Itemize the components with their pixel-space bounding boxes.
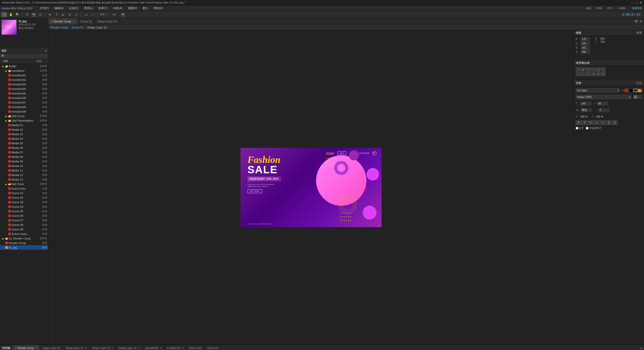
distrib-v-btn[interactable]: ⋯ <box>581 72 585 76</box>
tool-brush[interactable]: 🖌 <box>60 12 66 17</box>
tool-camera[interactable]: 📷 <box>31 12 37 17</box>
tree-item-edit_placeholders[interactable]: ▶ 📁Edit Placeholders文件夹 <box>0 118 48 123</box>
stroke-chip2[interactable] <box>638 95 642 99</box>
timeline-tab-shape15[interactable]: Shape Layer 15 <box>40 345 63 350</box>
tab-render-comp-close[interactable]: ✕ <box>73 20 75 23</box>
tree-item-media01[interactable]: Media 01合成 <box>0 123 48 127</box>
tree-item-builds[interactable]: ▶ 📁Builds文件夹 <box>0 64 48 68</box>
tool-time[interactable]: +00 <box>109 12 119 17</box>
tl-tab-shape15b-close[interactable]: ✕ <box>138 347 140 349</box>
strikethrough-btn[interactable]: T <box>612 120 618 125</box>
tree-item-media10[interactable]: Media 10合成 <box>0 164 48 168</box>
tree-item-transition08[interactable]: transition08合成 <box>0 105 48 109</box>
tab-render-comp[interactable]: Render Comp ✕ <box>48 18 78 24</box>
tool-select[interactable]: ↖ <box>2 12 7 17</box>
timeline-tab-media01[interactable]: Media 01 ✕ <box>164 345 186 350</box>
tree-item-media07[interactable]: Media 07合成 <box>0 150 48 155</box>
tl-tab-shape13-close[interactable]: ✕ <box>85 347 87 349</box>
tree-item-edit_texts[interactable]: ▶ 📁Edit Texts文件夹 <box>0 182 48 186</box>
preview-settings[interactable]: ⚙ <box>640 20 642 23</box>
superscript-btn[interactable]: T¹ <box>600 120 605 125</box>
menu-help[interactable]: 帮助(H) <box>153 6 164 11</box>
ligatures-label[interactable]: 合字 <box>576 126 584 130</box>
align-center-h-btn[interactable]: ⊕ <box>581 67 585 72</box>
edit-icon[interactable]: ✎ <box>622 89 624 92</box>
tool-zoom[interactable]: 🔍 <box>15 12 20 17</box>
tree-item-media09[interactable]: Media 09合成 <box>0 159 48 164</box>
align-bottom-btn[interactable]: ⊥ <box>601 67 605 72</box>
timeline-tab-render-comp[interactable]: Render Comp ✕ <box>13 345 40 350</box>
font-size-input[interactable] <box>580 102 591 106</box>
breadcrumb-shape-layer-13[interactable]: Shape Layer 13 <box>87 26 107 29</box>
font-style-dropdown[interactable]: Heavy CAPS ▾ <box>576 95 631 99</box>
print-label[interactable]: 印地语数字 <box>586 126 601 130</box>
timeline-tab-shape14[interactable]: Shape Layer 14 ✕ <box>90 345 116 350</box>
tree-item-scene07[interactable]: Scene 07合成 <box>0 218 48 223</box>
kerning-input[interactable] <box>581 108 592 112</box>
menu-window[interactable]: 窗口 <box>142 6 149 11</box>
tree-item-transition05[interactable]: transition05合成 <box>0 91 48 96</box>
tab-shape-layer-13[interactable]: Shape Layer 13 <box>95 18 120 24</box>
maximize-btn[interactable]: □ <box>636 1 637 5</box>
tree-item-scene03[interactable]: Scene 03合成 <box>0 200 48 204</box>
tree-item-media13[interactable]: Media 13合成 <box>0 177 48 182</box>
snapshot-btn[interactable]: 📷 <box>635 20 638 23</box>
align-center-v-btn[interactable]: ⊡ <box>596 67 600 72</box>
subscript-btn[interactable]: T₁ <box>594 120 599 125</box>
menu-layer[interactable]: 图层(L) <box>83 6 94 11</box>
tree-item-media04[interactable]: Media 04合成 <box>0 136 48 141</box>
tab-scene-01[interactable]: Scene 01 <box>78 18 95 24</box>
tree-item-media06[interactable]: Media 06合成 <box>0 146 48 150</box>
tree-item-file_01jpg[interactable]: 01. jpg素材 <box>0 245 48 250</box>
stroke-chip[interactable] <box>633 95 637 99</box>
tree-item-render_comp[interactable]: ▶ 📁01. Render Comp文件夹 <box>0 236 48 241</box>
tree-item-scene09[interactable]: Scene 09合成 <box>0 227 48 232</box>
align-top-btn[interactable]: ⊤ <box>591 67 595 72</box>
tool-pen[interactable]: ✒ <box>47 12 53 17</box>
text-color-chip2[interactable] <box>629 89 633 92</box>
tt-btn[interactable]: TT <box>588 120 593 125</box>
tl-tab-shape14-close[interactable]: ✕ <box>111 347 113 349</box>
align-right-btn[interactable]: ⊢ <box>586 67 590 72</box>
menu-view[interactable]: 视图(V) <box>127 6 138 11</box>
tl-tab-media01-close[interactable]: ✕ <box>182 347 184 349</box>
tree-item-transition01[interactable]: transition01合成 <box>0 73 48 78</box>
project-search-input[interactable] <box>6 55 47 58</box>
tree-item-scene02[interactable]: Scene 02合成 <box>0 195 48 200</box>
tree-item-media12[interactable]: Media 12合成 <box>0 173 48 177</box>
tool-shape-ellipse[interactable]: ○ <box>90 12 95 17</box>
tree-item-transition07[interactable]: transition07合成 <box>0 100 48 105</box>
tree-item-transition09[interactable]: transition09合成 <box>0 109 48 114</box>
workspace-small[interactable]: 小屏幕 <box>618 7 625 10</box>
breadcrumb-scene-01[interactable]: Scene 01 <box>72 26 83 29</box>
distrib-h-btn[interactable]: ⋮ <box>576 72 580 76</box>
tree-item-scene04[interactable]: Scene 04合成 <box>0 204 48 209</box>
tree-item-scene05[interactable]: Scene 05合成 <box>0 209 48 214</box>
tree-item-media11[interactable]: Media 11合成 <box>0 168 48 173</box>
tree-item-media02[interactable]: Media 02合成 <box>0 127 48 132</box>
menu-effect[interactable]: 效果(T) <box>97 6 109 11</box>
tool-shape-rect[interactable]: ▭ <box>83 12 89 17</box>
text-color-chip[interactable] <box>624 89 628 92</box>
font-name-dropdown[interactable]: Uni Sans ▾ <box>576 88 620 93</box>
project-panel-menu[interactable]: ≡ <box>45 49 47 53</box>
tree-item-transition04[interactable]: transition04合成 <box>0 87 48 91</box>
tl-tab-rc-close[interactable]: ✕ <box>35 347 37 349</box>
tree-item-media08[interactable]: Media 08合成 <box>0 155 48 159</box>
distrib-v3-btn[interactable]: ⊞ <box>601 72 605 76</box>
tree-item-scene_outro[interactable]: Scene Outro合成 <box>0 232 48 236</box>
menu-edit[interactable]: 编辑(E) <box>53 6 65 11</box>
timeline-tab-shape13[interactable]: Shape Layer 13 ✕ <box>63 345 90 350</box>
tree-item-scene08[interactable]: Scene 08合成 <box>0 223 48 227</box>
search-all[interactable]: 搜索帮助 <box>632 7 642 10</box>
text-color-chip4[interactable] <box>638 89 642 92</box>
bold-btn[interactable]: T <box>576 120 581 125</box>
timeline-tab-transition00[interactable]: transition00 ✕ <box>143 345 165 350</box>
tool-rotate[interactable]: ↺ <box>24 12 30 17</box>
timeline-tab-shape15b[interactable]: Shape Layer 15 ✕ <box>116 345 143 350</box>
timeline-tab-scene01[interactable]: Scene 01 <box>205 345 221 350</box>
menu-file[interactable]: 文件(F) <box>39 6 50 11</box>
workspace-learn[interactable]: 审阅 <box>597 7 602 10</box>
distrib-h3-btn[interactable]: ⊟ <box>596 72 600 76</box>
tree-item-render_comp_item[interactable]: Render Comp合成 <box>0 241 48 245</box>
